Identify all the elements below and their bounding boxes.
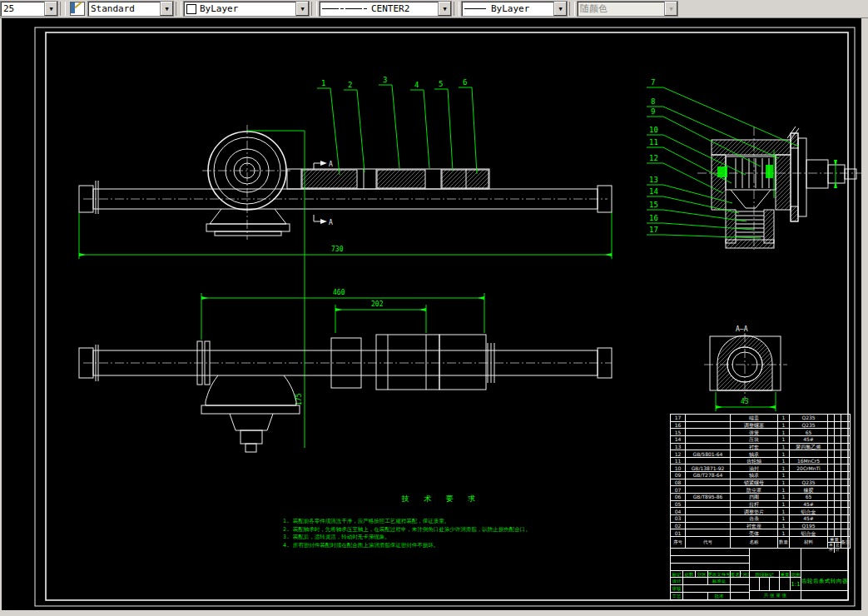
parts-cell-w1 <box>828 508 835 514</box>
callout-13[interactable]: 13 <box>649 176 658 184</box>
plot-style-combo: 随颜色 ▼ <box>577 1 678 17</box>
color-combo[interactable]: ByLayer ▼ <box>183 1 310 17</box>
parts-cell-name: 压块 <box>731 436 778 443</box>
parts-cell-w1 <box>828 458 835 464</box>
parts-cell-remark <box>841 523 850 529</box>
parts-cell-code <box>686 486 731 493</box>
dim-style-combo[interactable]: 25 ▼ <box>0 1 58 17</box>
parts-cell-code <box>686 501 731 508</box>
parts-cell-code <box>686 415 731 421</box>
color-value: ByLayer <box>200 3 238 14</box>
parts-cell-w1 <box>828 450 835 457</box>
plot-style-dropdown-arrow-icon: ▼ <box>664 2 677 16</box>
parts-cell-name: 油封 <box>731 464 778 471</box>
label-zone: 分区 <box>696 571 708 578</box>
parts-cell-remark <box>841 529 850 536</box>
parts-cell-material: Q235 <box>790 415 828 421</box>
dim-overall-length: 730 <box>331 246 344 253</box>
toolbar-separator <box>569 2 575 16</box>
parts-cell-qty: 1 <box>778 486 790 493</box>
tech-requirement-item: 4. 所有密封件装配时须在配合面上涂润滑脂保证密封件不损坏。 <box>283 542 566 550</box>
parts-cell-w2 <box>835 429 841 435</box>
parts-cell-material: 45# <box>790 515 828 522</box>
parts-cell-w2 <box>835 529 841 536</box>
parts-cell-w2 <box>835 515 841 522</box>
weight-value-cell <box>780 578 791 591</box>
parts-cell-name: 轴承 <box>731 450 778 457</box>
parts-cell-w2 <box>835 444 841 450</box>
process-signature-cell <box>683 593 708 599</box>
parts-cell-remark <box>841 501 850 508</box>
empty-cell <box>750 549 801 571</box>
text-style-dropdown-arrow-icon[interactable]: ▼ <box>160 2 173 16</box>
empty-cell <box>731 593 750 599</box>
parts-table-row: 01壳体1铝合金 <box>671 529 850 537</box>
parts-cell-no: 15 <box>671 429 686 435</box>
text-style-combo[interactable]: Standard ▼ <box>87 1 174 17</box>
lineweight-dropdown-arrow-icon[interactable]: ▼ <box>553 2 567 16</box>
parts-cell-name: 端盖 <box>731 415 778 421</box>
parts-cell-w2 <box>835 464 841 471</box>
parts-cell-no: 05 <box>671 501 686 508</box>
callout-10[interactable]: 10 <box>649 126 658 134</box>
parts-cell-qty: 1 <box>778 415 790 421</box>
callout-17[interactable]: 17 <box>649 226 658 234</box>
code-cell <box>801 549 848 571</box>
header-weight: 重量 单件 总计 <box>828 537 841 548</box>
parts-cell-no: 09 <box>671 472 686 479</box>
parts-cell-remark <box>841 472 850 479</box>
parts-rows: 17端盖1Q23516调整螺塞1Q23515弹簧16514压块145#13衬套1… <box>671 415 850 537</box>
parts-cell-w2 <box>835 436 841 443</box>
callout-1[interactable]: 1 <box>321 79 325 87</box>
color-dropdown-arrow-icon[interactable]: ▼ <box>295 2 309 16</box>
parts-cell-w2 <box>835 479 841 486</box>
callout-11[interactable]: 11 <box>649 138 658 147</box>
parts-cell-w1 <box>828 436 835 443</box>
callout-15[interactable]: 15 <box>649 201 658 209</box>
parts-cell-remark <box>841 450 850 457</box>
callout-8[interactable]: 8 <box>651 97 655 106</box>
callout-9[interactable]: 9 <box>651 107 655 116</box>
tech-requirement-item: 2. 装配轴承时，先将轴承压至轴上，在装配过程中，未注倒角口处涂少许润滑脂，以防… <box>283 526 566 534</box>
toolbar-separator <box>311 2 317 16</box>
linetype-dropdown-arrow-icon[interactable]: ▼ <box>438 2 451 16</box>
header-weight-label: 重量 <box>828 537 841 543</box>
parts-cell-w1 <box>828 479 835 486</box>
callout-4[interactable]: 4 <box>414 81 419 89</box>
toolbar-separator <box>176 2 181 16</box>
linetype-preview-icon <box>345 8 362 9</box>
parts-cell-w1 <box>828 486 835 493</box>
callout-5[interactable]: 5 <box>439 80 443 88</box>
parts-cell-qty: 1 <box>778 479 790 486</box>
tech-requirements-title: 技 术 要 求 <box>333 494 549 504</box>
parts-table-row: 11齿轮轴116MnCr5 <box>671 458 850 465</box>
parts-cell-w1 <box>828 444 835 450</box>
callout-7[interactable]: 7 <box>651 78 655 87</box>
parts-cell-qty: 1 <box>778 444 790 450</box>
parts-table-header: 序号 代号 名称 数量 材料 重量 单件 总计 备注 <box>671 537 850 549</box>
parts-cell-code <box>686 444 731 450</box>
callout-2[interactable]: 2 <box>348 81 352 89</box>
callout-14[interactable]: 14 <box>649 187 658 196</box>
parts-cell-code <box>686 429 731 435</box>
parts-cell-qty: 1 <box>778 529 790 536</box>
parts-cell-qty: 1 <box>778 472 790 479</box>
lineweight-combo[interactable]: ByLayer ▼ <box>461 1 568 17</box>
callout-12[interactable]: 12 <box>649 154 658 162</box>
callout-6[interactable]: 6 <box>463 78 467 87</box>
dim-style-dropdown-arrow-icon[interactable]: ▼ <box>44 2 57 16</box>
callout-16[interactable]: 16 <box>649 214 658 222</box>
parts-cell-qty: 1 <box>778 436 790 443</box>
linetype-combo[interactable]: CENTER2 ▼ <box>319 1 452 17</box>
text-style-manager-icon[interactable] <box>70 2 85 16</box>
parts-cell-w2 <box>835 486 841 493</box>
callout-3[interactable]: 3 <box>383 76 387 84</box>
parts-cell-w1 <box>828 501 835 508</box>
parts-cell-qty: 1 <box>778 422 790 429</box>
parts-cell-qty: 1 <box>778 458 790 464</box>
parts-cell-remark <box>841 422 850 429</box>
header-name: 名称 <box>731 537 778 548</box>
text-style-value: Standard <box>88 2 160 16</box>
label-standardize: 标准化 <box>708 578 731 585</box>
parts-cell-code: GB/T278-64 <box>686 472 731 479</box>
